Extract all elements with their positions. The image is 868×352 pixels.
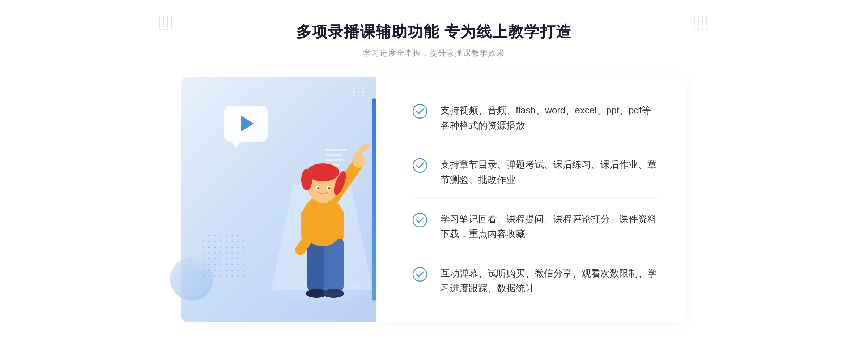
svg-point-23 — [413, 213, 427, 227]
svg-point-14 — [301, 169, 312, 190]
corner-dots-decoration — [353, 87, 365, 96]
play-icon — [241, 116, 254, 132]
figure-illustration — [264, 113, 387, 322]
feature-text-1: 支持视频、音频、flash、word、excel、ppt、pdf等各种格式的资源… — [441, 103, 658, 133]
page-container: 多项录播课辅助功能 专为线上教学打造 学习进度全掌握，提升录播课教学效果 « — [0, 0, 868, 352]
feature-text-3: 学习笔记回看、课程提问、课程评论打分、课件资料下载，重点内容收藏 — [441, 212, 658, 242]
check-icon-3 — [412, 213, 427, 228]
svg-point-5 — [323, 289, 344, 298]
play-bubble — [224, 106, 268, 142]
feature-text-4: 互动弹幕、试听购买、微信分享、观看次数限制、学习进度跟踪、数据统计 — [441, 266, 658, 296]
dots-grid-decoration — [203, 235, 247, 279]
check-icon-4 — [412, 267, 427, 282]
content-section: « — [181, 77, 687, 322]
header-section: 多项录播课辅助功能 专为线上教学打造 学习进度全掌握，提升录播课教学效果 — [296, 22, 572, 59]
check-icon-2 — [412, 158, 427, 173]
feature-item-4: 互动弹幕、试听购买、微信分享、观看次数限制、学习进度跟踪、数据统计 — [412, 256, 658, 306]
dots-left-decoration — [159, 16, 174, 30]
svg-point-21 — [413, 104, 427, 118]
feature-item-3: 学习笔记回看、课程提问、课程评论打分、课件资料下载，重点内容收藏 — [412, 202, 658, 252]
svg-point-22 — [413, 159, 427, 172]
feature-item-2: 支持章节目录、弹题考试、课后练习、课后作业、章节测验、批改作业 — [412, 147, 658, 198]
feature-item-1: 支持视频、音频、flash、word、excel、ppt、pdf等各种格式的资源… — [412, 93, 658, 143]
illustration-area — [181, 77, 376, 322]
feature-text-2: 支持章节目录、弹题考试、课后练习、课后作业、章节测验、批改作业 — [441, 157, 658, 187]
check-icon-1 — [412, 104, 427, 119]
svg-point-18 — [317, 187, 319, 189]
svg-line-20 — [356, 145, 367, 156]
svg-point-24 — [413, 267, 427, 281]
svg-point-19 — [328, 187, 330, 189]
page-subtitle: 学习进度全掌握，提升录播课教学效果 — [296, 48, 572, 59]
page-title: 多项录播课辅助功能 专为线上教学打造 — [296, 22, 572, 42]
dots-right-decoration — [694, 16, 709, 30]
features-area: 支持视频、音频、flash、word、excel、ppt、pdf等各种格式的资源… — [376, 77, 687, 322]
